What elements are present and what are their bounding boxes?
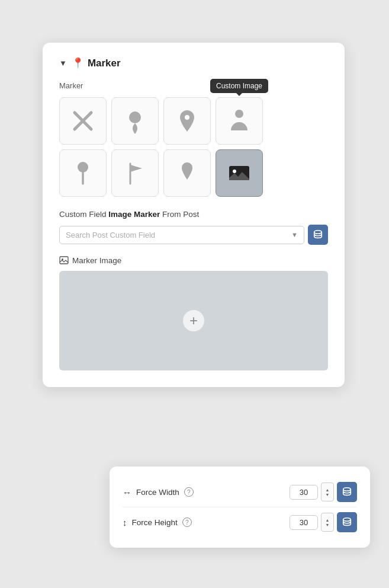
chevron-icon[interactable]: ▼ [59, 59, 67, 68]
force-width-label: ↔ Force Width ? [123, 487, 194, 497]
main-panel: ▼ 📍 Marker Marker [43, 43, 345, 387]
svg-point-4 [235, 110, 243, 118]
db-icon-button[interactable] [308, 225, 328, 245]
force-height-row: ↕ Force Height ? ▲ ▼ [123, 507, 357, 537]
svg-rect-11 [60, 257, 68, 264]
marker-image-label: Marker Image [59, 255, 328, 265]
marker-option-pin-round[interactable] [111, 97, 159, 145]
search-dropdown[interactable]: Search Post Custom Field ▼ [59, 226, 304, 244]
force-width-help-icon[interactable]: ? [184, 487, 194, 497]
svg-point-14 [343, 518, 351, 521]
svg-point-2 [129, 111, 141, 123]
force-width-controls: ▲ ▼ [290, 482, 357, 502]
marker-option-custom-image[interactable] [216, 149, 263, 197]
force-width-db-button[interactable] [337, 482, 357, 502]
panel-header: ▼ 📍 Marker [59, 57, 328, 69]
marker-option-flag[interactable] [111, 149, 159, 197]
svg-point-9 [233, 170, 236, 173]
force-height-help-icon[interactable]: ? [182, 517, 192, 527]
marker-section-label: Marker [59, 81, 328, 90]
marker-grid: Custom Image [59, 97, 328, 197]
svg-point-10 [314, 231, 322, 234]
svg-point-12 [62, 258, 63, 260]
custom-field-label: Custom Field Image Marker From Post [59, 210, 328, 219]
marker-pin-icon: 📍 [72, 57, 84, 69]
force-height-input[interactable] [290, 515, 318, 530]
search-row: Search Post Custom Field ▼ [59, 225, 328, 245]
force-height-spinner[interactable]: ▲ ▼ [321, 513, 334, 532]
panel-title: 📍 Marker [72, 57, 121, 69]
marker-option-person[interactable]: Custom Image [216, 97, 263, 145]
force-width-input[interactable] [290, 485, 318, 500]
search-placeholder-text: Search Post Custom Field [66, 231, 155, 239]
force-height-controls: ▲ ▼ [290, 512, 357, 532]
force-width-row: ↔ Force Width ? ▲ ▼ [123, 477, 357, 507]
marker-option-x[interactable] [59, 97, 107, 145]
svg-point-13 [343, 488, 351, 491]
image-label-icon [59, 255, 69, 265]
marker-option-pin-slim[interactable] [163, 149, 211, 197]
dropdown-arrow-icon: ▼ [291, 231, 298, 238]
marker-option-pin-drop[interactable] [163, 97, 211, 145]
svg-point-3 [185, 115, 189, 120]
marker-option-lollipop[interactable] [59, 149, 107, 197]
force-height-db-button[interactable] [337, 512, 357, 532]
force-height-label: ↕ Force Height ? [123, 517, 192, 528]
force-width-icon: ↔ [123, 487, 131, 497]
image-upload-area[interactable]: + [59, 271, 328, 370]
svg-point-5 [78, 162, 88, 172]
force-height-icon: ↕ [123, 517, 127, 528]
bottom-panel: ↔ Force Width ? ▲ ▼ [110, 466, 370, 548]
tooltip-custom-image: Custom Image [210, 79, 268, 93]
add-image-icon: + [183, 310, 204, 331]
force-width-spinner[interactable]: ▲ ▼ [321, 482, 334, 501]
